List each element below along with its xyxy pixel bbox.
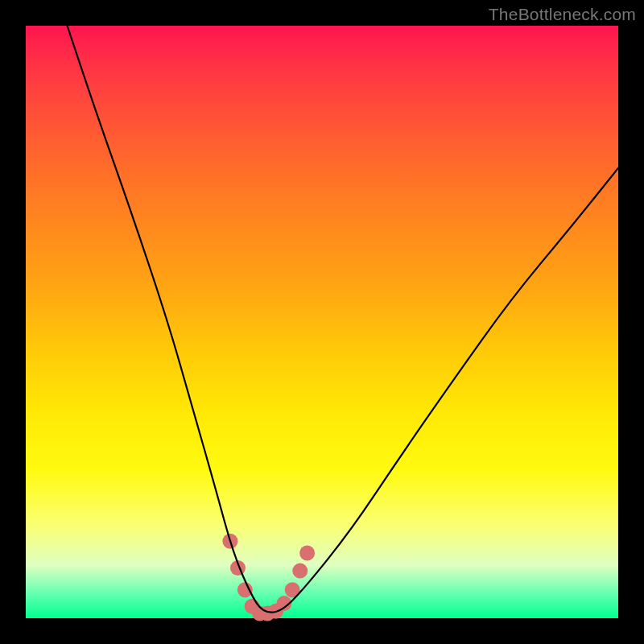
v-curve-line — [68, 26, 618, 613]
valley-marker-dot — [299, 546, 315, 561]
plot-area — [26, 26, 618, 618]
chart-container: TheBottleneck.com — [0, 0, 644, 644]
valley-marker-dot — [292, 564, 308, 579]
watermark-label: TheBottleneck.com — [489, 5, 636, 24]
valley-marker-points — [222, 534, 315, 621]
valley-marker-dot — [237, 582, 253, 597]
chart-svg — [26, 26, 618, 618]
